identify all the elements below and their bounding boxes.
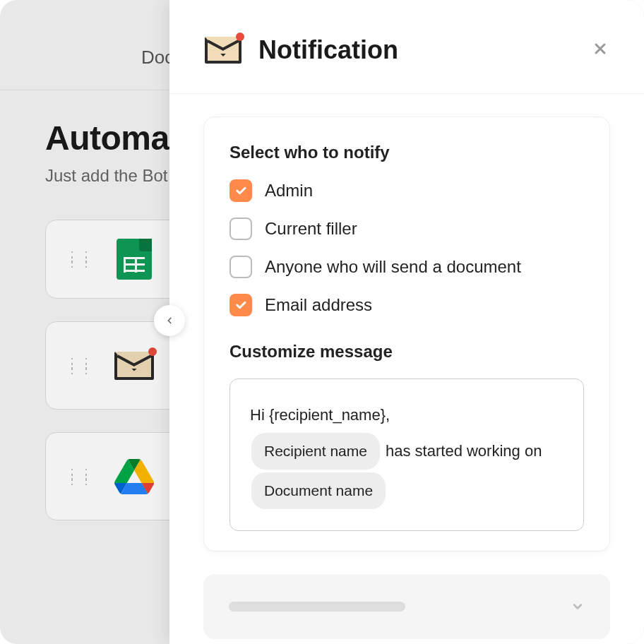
variable-pill[interactable]: Document name [251, 472, 386, 509]
notify-option[interactable]: Admin [229, 179, 584, 202]
variable-pill[interactable]: Recipient name [251, 433, 380, 470]
checkbox[interactable] [229, 256, 252, 278]
checkbox-label: Current filler [265, 219, 357, 239]
panel-title: Notification [258, 35, 575, 65]
chevron-down-icon [571, 600, 585, 614]
collapsed-section[interactable] [203, 574, 610, 639]
notify-option[interactable]: Email address [229, 294, 584, 316]
close-button[interactable] [592, 40, 609, 60]
message-text: has started working on [381, 442, 542, 460]
checkbox-label: Admin [265, 181, 313, 201]
chevron-left-icon [165, 316, 174, 326]
notify-option[interactable]: Anyone who will send a document [229, 256, 584, 278]
checkbox[interactable] [229, 294, 252, 316]
skeleton-placeholder [229, 602, 405, 612]
notification-panel: Notification Select who to notify AdminC… [169, 0, 644, 644]
checkbox-label: Anyone who will send a document [265, 257, 521, 277]
collapse-panel-button[interactable] [154, 305, 185, 336]
notify-option[interactable]: Current filler [229, 217, 584, 240]
message-line: Hi {recipient_name}, [250, 399, 564, 431]
checkbox[interactable] [229, 217, 252, 240]
notify-section-title: Select who to notify [229, 143, 584, 162]
checkbox[interactable] [229, 179, 252, 202]
envelope-icon [205, 37, 242, 64]
customize-section-title: Customize message [229, 342, 584, 362]
checkbox-label: Email address [265, 295, 372, 315]
message-editor[interactable]: Hi {recipient_name}, Recipient name has … [229, 378, 584, 531]
close-icon [592, 40, 609, 57]
